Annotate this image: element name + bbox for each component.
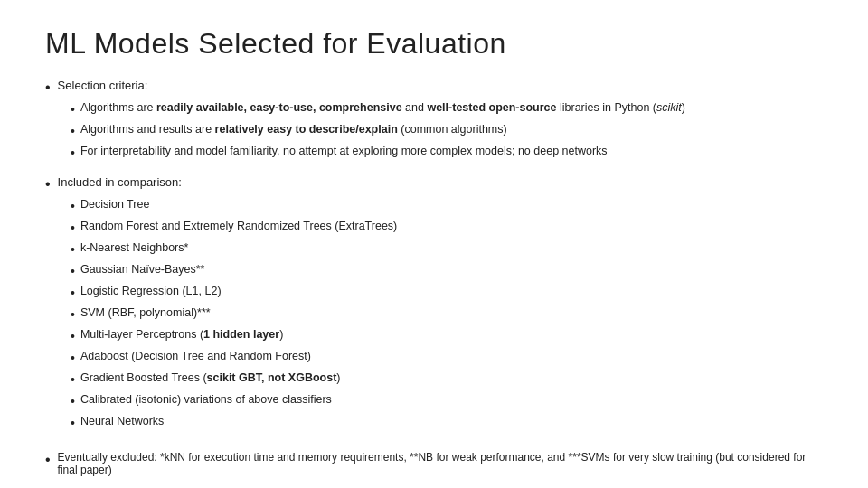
included-comparison-list: • Decision Tree • Random Forest and Extr… <box>71 196 823 433</box>
model-svm: SVM (RBF, polynomial)*** <box>80 305 823 322</box>
model-gradient-boosted: Gradient Boosted Trees (scikit GBT, not … <box>80 370 823 387</box>
note-section: • Eventually excluded: *kNN for executio… <box>45 451 823 476</box>
model-calibrated: Calibrated (isotonic) variations of abov… <box>80 391 823 408</box>
sub-bullet: • <box>71 327 75 346</box>
model-gaussian: Gaussian Naïve-Bayes** <box>80 261 823 278</box>
content-area: • Selection criteria: • Algorithms are r… <box>45 79 823 476</box>
selection-criteria-section: • Selection criteria: • Algorithms are r… <box>45 79 823 163</box>
bullet-main-2: • <box>45 175 51 192</box>
sub-bullet: • <box>71 144 75 163</box>
selection-criteria-header-row: • Selection criteria: <box>45 79 823 96</box>
criteria-item-2: Algorithms and results are relatively ea… <box>80 121 823 138</box>
model-adaboost: Adaboost (Decision Tree and Random Fores… <box>80 348 823 365</box>
included-comparison-label: Included in comparison: <box>58 175 182 189</box>
selection-criteria-label: Selection criteria: <box>58 79 148 92</box>
included-comparison-section: • Included in comparison: • Decision Tre… <box>45 175 823 433</box>
list-item: • Gradient Boosted Trees (scikit GBT, no… <box>71 370 823 389</box>
sub-bullet: • <box>71 371 75 389</box>
list-item: • For interpretability and model familia… <box>71 143 823 163</box>
list-item: • Adaboost (Decision Tree and Random For… <box>71 348 823 368</box>
bullet-main-1: • <box>45 79 51 96</box>
sub-bullet: • <box>71 349 75 368</box>
sub-bullet: • <box>71 392 75 411</box>
selection-criteria-list: • Algorithms are readily available, easy… <box>71 99 823 163</box>
page: ML Models Selected for Evaluation • Sele… <box>0 0 868 488</box>
criteria-item-3: For interpretability and model familiari… <box>80 143 823 160</box>
page-title: ML Models Selected for Evaluation <box>45 27 823 61</box>
model-decision-tree: Decision Tree <box>80 196 823 213</box>
sub-bullet: • <box>71 414 75 433</box>
list-item: • Random Forest and Extremely Randomized… <box>71 218 823 238</box>
model-neural-networks: Neural Networks <box>80 413 823 430</box>
sub-bullet: • <box>71 284 75 303</box>
sub-bullet: • <box>71 219 75 238</box>
included-comparison-header-row: • Included in comparison: <box>45 175 823 192</box>
list-item: • k-Nearest Neighbors* <box>71 239 823 259</box>
sub-bullet: • <box>71 122 75 141</box>
note-text: Eventually excluded: *kNN for execution … <box>58 451 823 476</box>
list-item: • Calibrated (isotonic) variations of ab… <box>71 391 823 411</box>
model-random-forest: Random Forest and Extremely Randomized T… <box>80 218 823 235</box>
sub-bullet: • <box>71 100 75 119</box>
list-item: • Decision Tree <box>71 196 823 216</box>
bullet-main-3: • <box>45 451 51 468</box>
sub-bullet: • <box>71 240 75 259</box>
list-item: • SVM (RBF, polynomial)*** <box>71 305 823 324</box>
sub-bullet: • <box>71 262 75 281</box>
list-item: • Gaussian Naïve-Bayes** <box>71 261 823 281</box>
model-logistic: Logistic Regression (L1, L2) <box>80 283 823 300</box>
list-item: • Logistic Regression (L1, L2) <box>71 283 823 303</box>
list-item: • Algorithms and results are relatively … <box>71 121 823 141</box>
list-item: • Neural Networks <box>71 413 823 433</box>
list-item: • Algorithms are readily available, easy… <box>71 99 823 119</box>
model-mlp: Multi-layer Perceptrons (1 hidden layer) <box>80 326 823 343</box>
list-item: • Multi-layer Perceptrons (1 hidden laye… <box>71 326 823 346</box>
sub-bullet: • <box>71 197 75 216</box>
model-knn: k-Nearest Neighbors* <box>80 239 823 257</box>
criteria-item-1: Algorithms are readily available, easy-t… <box>80 99 823 117</box>
sub-bullet: • <box>71 305 75 324</box>
